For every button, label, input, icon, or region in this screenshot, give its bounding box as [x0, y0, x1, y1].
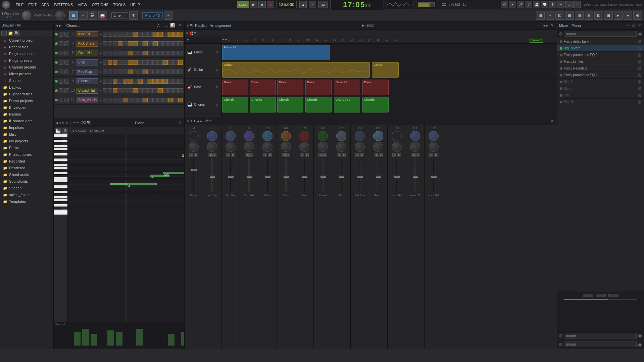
ch-solo-11[interactable] — [64, 98, 68, 102]
strip-knob-8[interactable] — [336, 131, 346, 141]
pad-7-7[interactable] — [138, 70, 143, 74]
pad-10-0[interactable] — [103, 88, 107, 93]
strip-pan-2[interactable] — [226, 142, 236, 152]
strip-fader-4[interactable] — [265, 176, 270, 178]
browser-item-rendered[interactable]: 📁Rendered — [0, 165, 53, 171]
pad-11-1[interactable] — [108, 98, 112, 102]
pr-zoom-in[interactable]: 🎹 — [55, 128, 61, 134]
pattern-btn[interactable]: 32 — [318, 1, 328, 8]
strip-fader-6[interactable] — [302, 176, 307, 178]
browser-item-harmor[interactable]: 📁Harmor — [0, 111, 53, 118]
pad-4-13[interactable] — [168, 41, 173, 46]
pad-3-12[interactable] — [163, 32, 168, 37]
mixer-tool10[interactable]: ▸ — [624, 11, 632, 20]
clip-chords5[interactable]: Chords — [362, 97, 389, 112]
channel-row-kick-snare[interactable]: 4 Kick Snare ▸ — [54, 39, 184, 48]
pad-8-10[interactable] — [153, 79, 158, 84]
strip-pan-13[interactable] — [429, 142, 439, 152]
pad-8-13[interactable] — [168, 79, 173, 84]
pad-3-6[interactable] — [133, 32, 138, 37]
pad-6-0[interactable] — [103, 60, 107, 65]
mixer-bottom-selector2[interactable]: (none) ◉ — [557, 340, 644, 349]
pad-4-3[interactable] — [118, 41, 122, 46]
clip-guitar2[interactable]: Guitar — [372, 62, 399, 78]
strip-l-btn-2[interactable]: ◀ — [226, 153, 230, 157]
ch-name-4[interactable]: Kick Snare — [77, 41, 98, 47]
pad-6-7[interactable] — [138, 60, 143, 65]
strip-r-btn-8[interactable]: ▶ — [342, 153, 346, 157]
strip-knob-2[interactable] — [226, 131, 236, 141]
pad-11-6[interactable] — [133, 98, 138, 102]
mixer-strip-insert-102[interactable]: 111 ◀ ▶ Insert 102 — [406, 125, 425, 349]
pad-10-14[interactable] — [173, 88, 178, 93]
channel-row-rev-clap[interactable]: 7 Rev Clap ▸ — [54, 67, 184, 77]
ch-name-7[interactable]: Rev Clap — [77, 69, 98, 75]
strip-fader-7[interactable] — [320, 176, 326, 178]
strip-pan-8[interactable] — [336, 142, 346, 152]
ch-name-5[interactable]: Open Hat — [77, 50, 98, 56]
mixer-chan-close[interactable]: ✕ — [550, 119, 555, 123]
piano-key-11[interactable] — [54, 164, 67, 167]
pad-8-4[interactable] — [123, 79, 128, 84]
browser-item-envelopes[interactable]: 📁Envelopes — [0, 104, 53, 111]
pad-11-2[interactable] — [113, 98, 117, 102]
pad-10-1[interactable] — [108, 88, 112, 93]
browser-add-btn[interactable]: + — [1, 31, 7, 36]
ch-solo-4[interactable] — [64, 41, 69, 46]
pad-6-10[interactable] — [153, 60, 158, 65]
pad-6-12[interactable] — [163, 60, 168, 65]
mixer-tool1[interactable]: ⊞ — [536, 11, 545, 20]
strip-pan-1[interactable] — [207, 142, 217, 152]
pad-7-5[interactable] — [128, 70, 133, 74]
pl-magnet[interactable]: 🧲 — [189, 32, 193, 35]
strip-fader-2[interactable] — [228, 176, 234, 178]
piano-key-16[interactable] — [54, 177, 67, 180]
piano-note-ds5[interactable]: D#5 — [163, 172, 184, 174]
strip-r-btn-1[interactable]: ▶ — [212, 153, 216, 157]
close-btn[interactable]: ✕ — [573, 1, 581, 8]
pad-4-14[interactable] — [173, 41, 178, 46]
pad-10-9[interactable] — [148, 88, 153, 93]
mixer-insert-1[interactable]: Big Reverb — [557, 45, 644, 52]
piano-key-5[interactable] — [54, 148, 67, 150]
strip-pan-6[interactable] — [299, 142, 309, 152]
strip-r-btn-3[interactable]: ▶ — [249, 153, 253, 157]
channel-rack-arrows[interactable]: ◀ ▶ — [56, 24, 61, 27]
strip-knob-11[interactable] — [392, 131, 402, 141]
pad-4-5[interactable] — [128, 41, 133, 46]
pad-10-2[interactable] — [113, 88, 117, 93]
clip-bass1[interactable]: Bass — [222, 80, 248, 95]
mixer-strip-voc--rvb[interactable]: 3 ◀ ▶ Voc. Rvb — [240, 125, 258, 349]
ch-led-7[interactable] — [55, 71, 58, 73]
ch-solo-6[interactable] — [64, 60, 69, 65]
arrow-btn[interactable]: → — [79, 11, 88, 20]
browser-item-speech[interactable]: 📁Speech — [0, 185, 53, 191]
undo-btn[interactable]: ↺ — [501, 1, 508, 8]
strip-knob-1[interactable] — [207, 131, 217, 141]
top-selector-knob[interactable]: ◉ — [638, 31, 642, 37]
mixer-tool2[interactable]: → — [546, 11, 554, 20]
pad-5-11[interactable] — [158, 51, 163, 55]
fader-btn3[interactable] — [608, 294, 618, 297]
pad-7-13[interactable] — [168, 70, 173, 74]
help-icon-btn[interactable]: ? — [525, 1, 532, 8]
pad-5-2[interactable] — [113, 51, 117, 55]
ch-mute-6[interactable] — [59, 60, 63, 65]
browser-item-mixer-presets[interactable]: ◈Mixer presets — [0, 71, 53, 77]
pad-10-8[interactable] — [143, 88, 148, 93]
pad-3-4[interactable] — [123, 32, 128, 37]
piano-note-c5[interactable]: C5 — [127, 183, 157, 185]
piano-key-14[interactable] — [54, 172, 67, 175]
ch-solo-3[interactable] — [64, 32, 69, 37]
pad-8-5[interactable] — [128, 79, 133, 84]
pad-8-9[interactable] — [148, 79, 153, 84]
pad-7-1[interactable] — [108, 70, 112, 74]
strip-knob-9[interactable] — [355, 131, 365, 141]
pad-5-14[interactable] — [173, 51, 178, 55]
pad-6-6[interactable] — [133, 60, 138, 65]
strip-r-btn-11[interactable]: ▶ — [397, 153, 401, 157]
insert-knob-3[interactable] — [638, 60, 641, 63]
strip-pan-10[interactable] — [373, 142, 383, 152]
mixer-bottom-selector[interactable]: (none) ◉ — [557, 331, 644, 340]
piano-key-10[interactable] — [54, 161, 62, 164]
